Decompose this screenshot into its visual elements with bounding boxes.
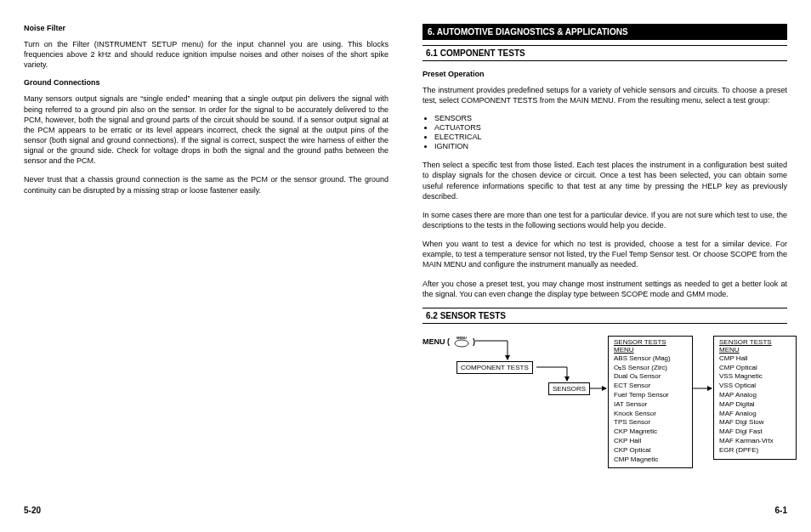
sensor-tests-menu-2: SENSOR TESTS MENU CMP HallCMP OpticalVSS…	[713, 336, 797, 460]
list-item: IGNITION	[434, 142, 787, 150]
menu-item: EGR (DPFE)	[719, 446, 791, 456]
menu-item: Dual O₂ Sensor	[614, 372, 687, 382]
menu-item: CMP Optical	[719, 364, 791, 373]
preset-operation-p5: After you chose a preset test, you may c…	[423, 279, 787, 299]
section-6-1-heading: 6.1 COMPONENT TESTS	[423, 45, 787, 61]
test-group-list: SENSORS ACTUATORS ELECTRICAL IGNITION	[423, 114, 787, 151]
menu-item: Knock Sensor	[614, 410, 687, 419]
menu-item: TPS Sensor	[614, 418, 687, 427]
menu-key-icon: MENU	[452, 336, 471, 349]
list-item: ELECTRICAL	[434, 133, 787, 141]
menu-1-title: SENSOR TESTS MENU	[609, 337, 692, 354]
component-tests-box: COMPONENT TESTS	[457, 361, 533, 374]
menu-item: O₂S Sensor (Zirc)	[614, 364, 687, 373]
section-6-heading: 6. AUTOMOTIVE DIAGNOSTICS & APPLICATIONS	[423, 24, 787, 40]
menu-item: MAP Analog	[719, 391, 791, 400]
preset-operation-heading: Preset Operation	[423, 70, 787, 78]
menu-item: MAF Digi Slow	[719, 418, 791, 427]
sensors-box: SENSORS	[548, 382, 590, 395]
left-page: Noise Filter Turn on the Filter (INSTRUM…	[24, 24, 388, 515]
menu-label-text: MENU (	[423, 337, 450, 346]
menu-icon-text: MENU	[457, 336, 467, 340]
list-item: ACTUATORS	[434, 123, 787, 132]
menu-item: VSS Optical	[719, 382, 791, 391]
ground-connections-heading: Ground Connections	[24, 78, 388, 87]
menu-item: IAT Sensor	[614, 400, 687, 410]
menu-2-title: SENSOR TESTS MENU	[714, 337, 796, 354]
menu-item: MAP Digital	[719, 400, 791, 410]
menu-item: ECT Sensor	[614, 382, 687, 391]
menu-item: Fuel Temp Sensor	[614, 391, 687, 400]
menu-label-end: )	[473, 337, 475, 346]
menu-key-label: MENU ( MENU )	[423, 336, 475, 349]
menu-item: CKP Optical	[614, 446, 687, 456]
noise-filter-heading: Noise Filter	[24, 24, 388, 32]
preset-operation-intro: The instrument provides predefined setup…	[423, 85, 787, 105]
sensor-tests-diagram: MENU ( MENU ) COMPONENT TESTS SENSORS SE…	[423, 336, 787, 515]
menu-item: MAF Analog	[719, 410, 791, 419]
ground-connections-body-2: Never trust that a chassis ground connec…	[24, 174, 388, 195]
right-page: 6. AUTOMOTIVE DIAGNOSTICS & APPLICATIONS…	[423, 24, 787, 515]
menu-2-items: CMP HallCMP OpticalVSS MagneticVSS Optic…	[714, 354, 796, 459]
menu-item: CMP Hall	[719, 354, 791, 364]
menu-item: CMP Magnetic	[614, 456, 687, 465]
ground-connections-body-1: Many sensors output signals are “single …	[24, 93, 388, 166]
page-number-left: 5-20	[24, 506, 41, 515]
preset-operation-p4: When you want to test a device for which…	[423, 239, 787, 269]
menu-item: MAF Karman-Vrtx	[719, 437, 791, 446]
sensor-tests-menu-1: SENSOR TESTS MENU ABS Sensor (Mag)O₂S Se…	[608, 336, 693, 469]
menu-1-items: ABS Sensor (Mag)O₂S Sensor (Zirc)Dual O₂…	[609, 354, 692, 468]
menu-item: CKP Hall	[614, 437, 687, 446]
noise-filter-body: Turn on the Filter (INSTRUMENT SETUP men…	[24, 39, 388, 70]
preset-operation-p3: In some cases there are more than one te…	[423, 210, 787, 230]
page-number-right: 6-1	[775, 506, 787, 515]
menu-item: CKP Magnetic	[614, 427, 687, 437]
menu-item: ABS Sensor (Mag)	[614, 354, 687, 364]
section-6-2-heading: 6.2 SENSOR TESTS	[423, 308, 787, 324]
preset-operation-p2: Then select a specific test from those l…	[423, 160, 787, 201]
menu-item: MAF Digi Fast	[719, 427, 791, 437]
list-item: SENSORS	[434, 114, 787, 122]
menu-item: VSS Magnetic	[719, 372, 791, 382]
svg-point-0	[455, 340, 468, 347]
